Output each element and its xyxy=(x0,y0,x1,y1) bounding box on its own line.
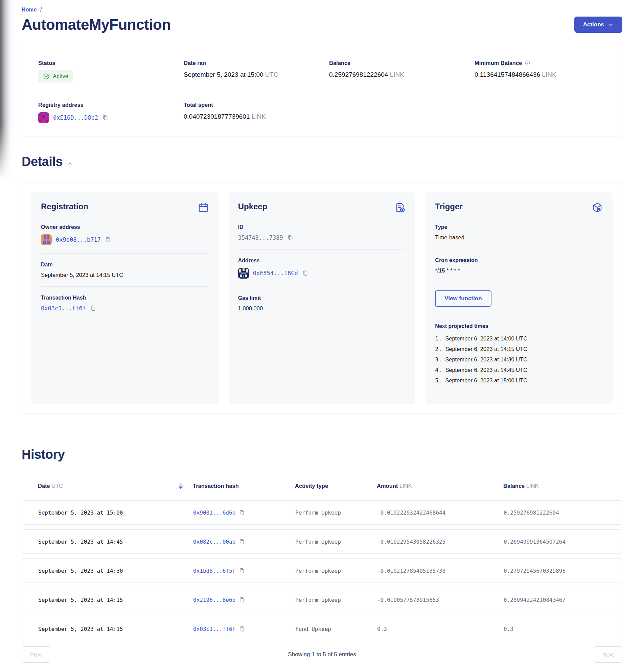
history-heading: History xyxy=(22,447,622,462)
pagination: Prev Showing 1 to 5 of 5 entries Next xyxy=(22,646,622,663)
min-balance-unit: LINK xyxy=(542,71,556,78)
next-button[interactable]: Next xyxy=(594,646,622,663)
balance-field: Balance 0.259276981222604 LINK xyxy=(329,60,475,83)
collapse-caret-icon[interactable] xyxy=(67,161,73,166)
row-amount: -0.010222932422468644 xyxy=(377,510,445,516)
list-item-text: September 6, 2023 at 15:00 UTC xyxy=(445,375,527,386)
summary-divider xyxy=(38,92,606,92)
breadcrumb-separator: / xyxy=(40,7,42,13)
table-row: September 5, 2023 at 14:15 0x2196...8e6b… xyxy=(22,587,622,612)
trigger-type-value: Time-based xyxy=(435,234,603,241)
table-row: September 5, 2023 at 14:45 0x082c...00ab… xyxy=(22,530,622,554)
row-amount: -0.010212785405135738 xyxy=(377,568,445,574)
registration-tx-hash-link[interactable]: 0x03c1...ff6f xyxy=(41,305,86,312)
list-item-number: 1. xyxy=(435,333,442,344)
row-hash-cell: 0x1bd8...6f5f xyxy=(193,568,245,574)
row-balance: 0.28994224210843467 xyxy=(504,597,565,603)
column-header-activity-type: Activity type xyxy=(295,483,328,489)
row-date: September 5, 2023 at 14:15 xyxy=(38,626,123,632)
row-balance: 0.3 xyxy=(504,626,514,632)
row-amount: 0.3 xyxy=(377,626,387,632)
upkeep-id-label: ID xyxy=(238,224,406,230)
summary-row-bottom: Registry address 0xE16D...D8b2 Total spe… xyxy=(38,102,606,123)
list-item-number: 2. xyxy=(435,344,442,354)
tx-hash-label: Transaction Hash xyxy=(41,295,209,301)
tx-hash-link[interactable]: 0x03c1...ff6f xyxy=(193,626,236,632)
date-ran-field: Date ran September 5, 2023 at 15:00 UTC xyxy=(184,60,329,83)
list-item-text: September 6, 2023 at 14:45 UTC xyxy=(445,365,527,375)
cube-icon xyxy=(591,202,603,213)
trigger-title: Trigger xyxy=(435,202,462,211)
tx-hash-link[interactable]: 0x082c...00ab xyxy=(193,539,236,545)
status-value: Active xyxy=(53,73,68,80)
total-spent-unit: LINK xyxy=(251,113,266,120)
copy-icon[interactable] xyxy=(239,626,245,632)
check-circle-icon xyxy=(43,73,50,80)
registry-address-link[interactable]: 0xE16D...D8b2 xyxy=(53,114,98,121)
status-field: Status Active xyxy=(38,60,184,83)
date-ran-value: September 5, 2023 at 15:00 UTC xyxy=(184,71,329,79)
row-amount: -0.0100577578915653 xyxy=(377,597,439,603)
copy-icon[interactable] xyxy=(90,305,96,311)
list-item: 2. September 6, 2023 at 14:15 UTC xyxy=(435,344,603,354)
row-hash-cell: 0x9001...6d6b xyxy=(193,510,245,516)
info-icon[interactable] xyxy=(525,60,530,66)
owner-address-label: Owner address xyxy=(41,224,209,230)
row-hash-cell: 0x082c...00ab xyxy=(193,539,245,545)
details-heading: Details xyxy=(22,154,63,169)
sort-descending-icon[interactable] xyxy=(179,483,183,489)
copy-icon[interactable] xyxy=(105,237,111,243)
upkeep-address-label: Address xyxy=(238,257,406,264)
view-function-button[interactable]: View function xyxy=(435,290,491,307)
min-balance-label-text: Minimum Balance xyxy=(475,60,522,66)
row-activity: Perform Upkeep xyxy=(295,510,341,516)
copy-icon[interactable] xyxy=(239,539,245,545)
balance-value: 0.259276981222604 LINK xyxy=(329,71,475,79)
breadcrumb: Home / xyxy=(22,7,622,13)
column-header-date[interactable]: Date UTC xyxy=(38,483,63,489)
upkeep-detail-page: Home / AutomateMyFunction Actions Status… xyxy=(22,0,622,663)
tx-hash-link[interactable]: 0x1bd8...6f5f xyxy=(193,568,236,574)
copy-icon[interactable] xyxy=(102,115,108,121)
date-ran-label: Date ran xyxy=(184,60,329,66)
column-header-transaction-hash: Transaction hash xyxy=(193,483,239,489)
row-activity: Perform Upkeep xyxy=(295,539,341,545)
actions-button[interactable]: Actions xyxy=(574,17,622,33)
copy-icon[interactable] xyxy=(239,597,245,603)
list-item: 4. September 6, 2023 at 14:45 UTC xyxy=(435,365,603,375)
table-row: September 5, 2023 at 14:30 0x1bd8...6f5f… xyxy=(22,559,622,583)
copy-icon[interactable] xyxy=(287,235,293,241)
list-item-text: September 6, 2023 at 14:15 UTC xyxy=(445,344,527,354)
gas-limit-label: Gas limit xyxy=(238,295,406,301)
copy-icon[interactable] xyxy=(239,510,245,516)
registration-date-value: September 5, 2023 at 14:15 UTC xyxy=(41,272,209,278)
upkeep-card: Upkeep ID 354748...7389 Address 0xE854..… xyxy=(229,192,416,404)
tx-hash-link[interactable]: 0x2196...8e6b xyxy=(193,597,236,603)
table-row: September 5, 2023 at 15:00 0x9001...6d6b… xyxy=(22,500,622,525)
history-table-header: Date UTC Transaction hash Activity type … xyxy=(22,483,622,491)
date-ran-timezone: UTC xyxy=(265,71,278,78)
breadcrumb-home-link[interactable]: Home xyxy=(22,7,37,13)
prev-button[interactable]: Prev xyxy=(22,646,50,663)
copy-icon[interactable] xyxy=(239,568,245,574)
list-item-number: 3. xyxy=(435,354,442,365)
column-balance-label: Balance xyxy=(503,483,525,489)
owner-address-link[interactable]: 0x9d08...b717 xyxy=(56,236,101,243)
upkeep-id-value: 354748...7389 xyxy=(238,234,283,241)
row-balance: 0.259276981222604 xyxy=(504,510,559,516)
next-projected-times-list: 1. September 6, 2023 at 14:00 UTC 2. Sep… xyxy=(435,333,603,386)
next-projected-times-label: Next projected times xyxy=(435,323,603,329)
row-date: September 5, 2023 at 14:45 xyxy=(38,539,123,545)
list-item: 5. September 6, 2023 at 15:00 UTC xyxy=(435,375,603,386)
column-header-balance: Balance LINK xyxy=(503,483,539,489)
row-balance: 0.26949991364507264 xyxy=(504,539,565,545)
row-date: September 5, 2023 at 14:30 xyxy=(38,568,123,574)
list-item-number: 4. xyxy=(435,365,442,375)
calendar-icon xyxy=(198,202,209,213)
column-amount-label: Amount xyxy=(377,483,398,489)
summary-card: Status Active Date ran September 5, 2023… xyxy=(22,46,622,137)
upkeep-address-link[interactable]: 0xE854...18Cd xyxy=(253,270,298,276)
tx-hash-link[interactable]: 0x9001...6d6b xyxy=(193,510,236,516)
copy-icon[interactable] xyxy=(302,270,308,276)
list-item-number: 5. xyxy=(435,375,442,386)
